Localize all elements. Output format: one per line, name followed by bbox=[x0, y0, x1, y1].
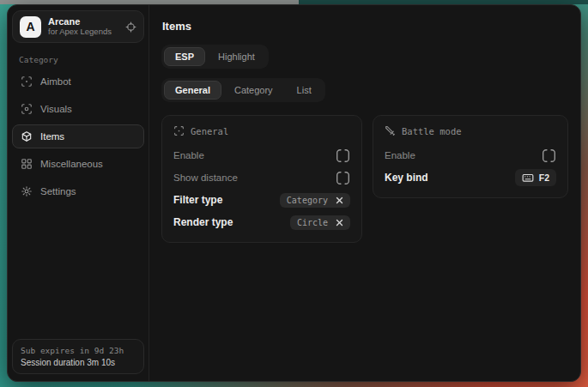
sidebar-section-label: Category bbox=[19, 55, 144, 64]
setting-label: Render type bbox=[173, 216, 233, 228]
setting-label: Key bind bbox=[385, 172, 428, 184]
panel-battle-header: Battle mode bbox=[385, 125, 556, 136]
chip-value: Circle bbox=[297, 218, 328, 227]
gear-icon bbox=[21, 185, 33, 197]
sidebar-item-label: Miscellaneous bbox=[40, 159, 103, 169]
keyboard-icon bbox=[522, 172, 534, 184]
eye-icon bbox=[21, 103, 33, 115]
panel-general: General Enable Show distance bbox=[161, 115, 362, 243]
setting-row-key-bind: Key bind F2 bbox=[385, 167, 556, 188]
setting-row-show-distance: Show distance bbox=[173, 167, 350, 188]
tab-esp[interactable]: ESP bbox=[164, 47, 205, 66]
chip-value: Category bbox=[287, 196, 328, 205]
checkbox-enable[interactable] bbox=[336, 148, 350, 163]
setting-label: Enable bbox=[173, 150, 204, 160]
screen: A Arcane for Apex Legends Category bbox=[0, 0, 588, 387]
sidebar-item-visuals[interactable]: Visuals bbox=[12, 97, 144, 121]
mode-tabs: ESP Highlight bbox=[161, 45, 269, 69]
setting-row-render-type: Render type Circle bbox=[173, 212, 350, 233]
panel-title: Battle mode bbox=[402, 126, 462, 136]
brand-logo: A bbox=[20, 16, 41, 38]
panels-row: General Enable Show distance bbox=[161, 115, 568, 243]
checkbox-battle-enable[interactable] bbox=[542, 148, 556, 163]
keybind-button[interactable]: F2 bbox=[515, 169, 556, 186]
crosshair-icon bbox=[21, 76, 33, 88]
page-title: Items bbox=[162, 20, 568, 33]
arcane-window: A Arcane for Apex Legends Category bbox=[7, 4, 581, 382]
sidebar: A Arcane for Apex Legends Category bbox=[8, 5, 149, 381]
filter-type-chip[interactable]: Category bbox=[280, 193, 350, 208]
panel-battle-mode: Battle mode Enable Key bind bbox=[373, 115, 568, 198]
subscription-info-box: Sub expires in 9d 23h Session duration 3… bbox=[12, 339, 144, 374]
target-icon[interactable] bbox=[125, 21, 136, 33]
setting-row-filter-type: Filter type Category bbox=[173, 190, 350, 210]
sidebar-item-settings[interactable]: Settings bbox=[12, 179, 144, 203]
sidebar-item-items[interactable]: Items bbox=[12, 124, 144, 148]
view-tabs: General Category List bbox=[161, 78, 325, 102]
tab-highlight[interactable]: Highlight bbox=[207, 47, 266, 66]
grid-icon bbox=[21, 158, 33, 170]
setting-label: Enable bbox=[385, 150, 415, 160]
setting-label: Show distance bbox=[173, 172, 238, 183]
checkbox-show-distance[interactable] bbox=[336, 171, 350, 185]
scan-crosshair-icon bbox=[173, 125, 185, 136]
sidebar-item-aimbot[interactable]: Aimbot bbox=[12, 70, 144, 94]
sidebar-item-label: Aimbot bbox=[40, 76, 71, 87]
sub-expires-text: Sub expires in 9d 23h bbox=[21, 346, 136, 355]
sidebar-item-label: Settings bbox=[40, 186, 76, 197]
brand-title: Arcane bbox=[48, 16, 118, 27]
tab-list[interactable]: List bbox=[286, 81, 323, 100]
tab-general[interactable]: General bbox=[164, 81, 221, 100]
brand-text: Arcane for Apex Legends bbox=[48, 16, 118, 37]
sidebar-item-miscellaneous[interactable]: Miscellaneous bbox=[12, 152, 144, 176]
setting-row-battle-enable: Enable bbox=[385, 145, 556, 166]
setting-row-enable: Enable bbox=[173, 145, 350, 166]
panel-general-header: General bbox=[173, 125, 350, 136]
sidebar-item-label: Items bbox=[40, 131, 64, 142]
tab-category[interactable]: Category bbox=[223, 81, 284, 100]
panel-title: General bbox=[191, 126, 228, 136]
package-icon bbox=[21, 130, 33, 142]
session-duration-text: Session duration 3m 10s bbox=[21, 358, 136, 367]
sidebar-nav: Aimbot Visuals bbox=[12, 70, 144, 203]
main-content: Items ESP Highlight General Category Lis… bbox=[149, 5, 580, 381]
close-icon[interactable] bbox=[336, 197, 343, 204]
setting-label: Filter type bbox=[173, 194, 222, 206]
brand-card: A Arcane for Apex Legends bbox=[12, 10, 144, 43]
brand-subtitle: for Apex Legends bbox=[48, 27, 118, 37]
sword-icon bbox=[385, 125, 396, 136]
keybind-value: F2 bbox=[539, 172, 549, 183]
render-type-chip[interactable]: Circle bbox=[290, 215, 350, 230]
close-icon[interactable] bbox=[336, 219, 343, 227]
sidebar-item-label: Visuals bbox=[40, 104, 72, 114]
